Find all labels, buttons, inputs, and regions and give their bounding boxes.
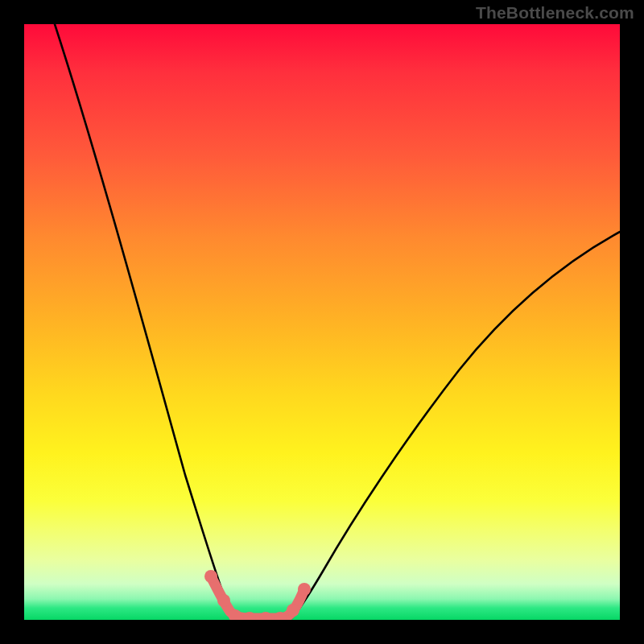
svg-point-6 xyxy=(287,604,299,617)
svg-point-0 xyxy=(204,570,217,583)
svg-point-7 xyxy=(298,583,311,596)
curve-layer xyxy=(24,24,620,620)
plot-area xyxy=(24,24,620,620)
svg-point-1 xyxy=(217,594,230,607)
watermark-text: TheBottleneck.com xyxy=(476,3,634,23)
chart-stage: TheBottleneck.com xyxy=(0,0,644,644)
right-curve xyxy=(291,232,620,618)
left-curve xyxy=(55,24,235,618)
